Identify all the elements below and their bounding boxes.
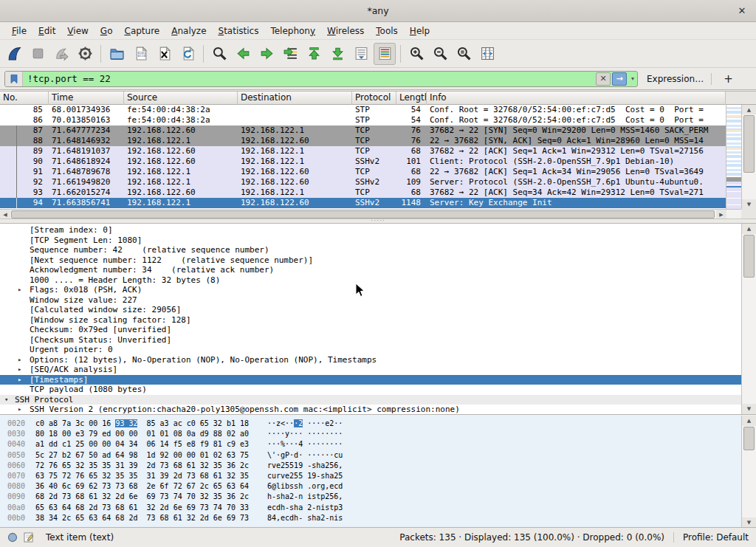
detail-line[interactable]: 1000 .... = Header Length: 32 bytes (8) [0,275,741,286]
scroll-down-arrow-icon[interactable]: ▼ [742,199,756,209]
collapsed-arrow-icon[interactable]: ▸ [18,355,21,365]
menu-capture[interactable]: Capture [118,24,165,38]
menu-go[interactable]: Go [94,24,119,38]
auto-scroll-icon[interactable] [350,43,372,65]
detail-line[interactable]: ▸[Timestamps] [0,375,741,385]
packet-row-94[interactable]: 9471.663856741192.168.122.1192.168.122.6… [0,198,726,208]
hex-ascii[interactable]: ····y··· ········ [267,429,343,439]
packet-row-92[interactable]: 9271.661949820192.168.122.1192.168.122.6… [0,177,726,188]
capture-comment-icon[interactable] [24,532,34,543]
detail-line[interactable]: [Stream index: 0] [0,225,741,235]
hex-ascii[interactable]: 84,ecdh- sha2-nis [267,513,343,523]
add-filter-button[interactable]: + [719,72,738,86]
packet-row-86[interactable]: 8670.013850163fe:54:00:d4:38:2aSTP54Conf… [0,115,726,125]
hex-ascii[interactable]: \'·gP·d· ······cu [267,450,343,461]
expression-button[interactable]: Expression… [647,74,704,84]
detail-line[interactable]: ▸Flags: 0x018 (PSH, ACK) [0,285,741,295]
hex-bytes[interactable]: a1 dd c1 25 00 00 04 34 06 14 f5 e8 f9 8… [35,439,249,450]
detail-line[interactable]: ▸SSH Version 2 (encryption:chacha20-poly… [0,405,741,414]
hex-ascii[interactable]: ··z<···2 ····e2·· [267,419,343,429]
filter-history-dropdown[interactable]: ▾ [628,75,637,82]
hex-row-00a0[interactable]: 00a065 63 64 68 2d 73 68 61 32 2d 6e 69 … [0,503,756,513]
zoom-in-icon[interactable] [405,43,427,65]
pane-splitter[interactable]: ····· [0,219,756,224]
ascii-selected-chars[interactable]: ·2 [294,419,303,427]
detail-line[interactable]: Acknowledgment number: 34 (relative ack … [0,265,741,275]
scrollbar-thumb[interactable] [743,235,755,278]
scroll-up-arrow-icon[interactable]: ▲ [742,105,756,114]
hex-vertical-scrollbar[interactable]: ▲ ▼ [741,416,756,527]
go-last-icon[interactable] [326,43,348,65]
hex-row-0040[interactable]: 0040a1 dd c1 25 00 00 04 34 06 14 f5 e8 … [0,439,756,450]
scroll-down-arrow-icon[interactable]: ▼ [742,404,756,414]
packet-row-85[interactable]: 8568.001734936fe:54:00:d4:38:2aSTP54Conf… [0,105,726,115]
detail-line[interactable]: TCP payload (1080 bytes) [0,385,741,395]
detail-line[interactable]: Checksum: 0x79ed [unverified] [0,325,741,335]
column-header-destination[interactable]: Destination [238,92,352,105]
filter-input[interactable]: !tcp.port == 22 [23,73,596,84]
hex-row-0090[interactable]: 009068 2d 73 68 61 32 2d 6e 69 73 74 70 … [0,492,756,502]
column-header-source[interactable]: Source [124,92,238,105]
hex-selected-bytes[interactable]: 93 32 [115,419,137,427]
packet-minimap[interactable] [726,105,741,209]
packet-row-89[interactable]: 8971.648191037192.168.122.60192.168.122.… [0,146,726,156]
scroll-up-arrow-icon[interactable]: ▲ [742,224,756,234]
go-first-icon[interactable] [303,43,325,65]
filter-bookmark-button[interactable] [5,72,23,86]
title-bar[interactable]: *any ✕ [0,0,756,22]
menu-statistics[interactable]: Statistics [213,24,265,38]
detail-line[interactable]: [Window size scaling factor: 128] [0,315,741,326]
display-filter-field[interactable]: !tcp.port == 22 ✕ → ▾ [4,71,638,87]
column-header-info[interactable]: Info [427,92,726,105]
hex-bytes[interactable]: 68 2d 73 68 61 32 2d 6e 69 73 74 70 32 3… [35,492,249,502]
menu-view[interactable]: View [61,24,94,38]
menu-telephony[interactable]: Telephony [264,24,321,38]
hex-row-0030[interactable]: 003080 18 00 e3 79 ed 00 00 01 01 08 0a … [0,429,756,439]
hex-bytes[interactable]: 72 76 65 32 35 35 31 39 2d 73 68 61 32 3… [35,461,249,471]
scrollbar-thumb[interactable] [743,427,755,450]
clear-filter-button[interactable]: ✕ [596,72,611,86]
column-header-length[interactable]: Length [396,92,427,105]
details-vertical-scrollbar[interactable]: ▲ ▼ [741,224,756,414]
go-back-icon[interactable] [232,43,254,65]
find-packet-icon[interactable] [208,43,230,65]
menu-analyze[interactable]: Analyze [165,24,212,38]
hex-bytes[interactable]: 63 75 72 76 65 32 35 35 31 39 2d 73 68 6… [35,471,249,481]
hex-ascii[interactable]: rve25519 -sha256, [267,461,343,471]
close-icon[interactable]: ✕ [735,4,749,18]
save-file-icon[interactable]: 01010110 [129,43,151,65]
column-header-protocol[interactable]: Protocol [352,92,396,105]
expanded-arrow-icon[interactable]: ▾ [4,395,8,405]
status-profile[interactable]: Profile: Default [683,532,749,543]
column-header-no[interactable]: No. [0,92,49,105]
hex-bytes[interactable]: c0 a8 7a 3c 00 16 93 32 85 a3 ac c0 65 3… [35,419,249,429]
detail-line[interactable]: Urgent pointer: 0 [0,345,741,355]
scrollbar-thumb[interactable] [743,115,755,173]
collapsed-arrow-icon[interactable]: ▸ [18,365,21,375]
packet-list-vertical-scrollbar[interactable]: ▲ ▼ [741,105,756,209]
start-capture-icon[interactable] [3,43,25,65]
apply-filter-button[interactable]: → [612,72,627,86]
zoom-out-icon[interactable] [429,43,451,65]
packet-row-91[interactable]: 9171.648789678192.168.122.1192.168.122.6… [0,167,726,177]
menu-file[interactable]: File [6,24,32,38]
hex-ascii[interactable]: curve255 19-sha25 [267,471,343,481]
menu-tools[interactable]: Tools [370,24,404,38]
detail-line[interactable]: [TCP Segment Len: 1080] [0,235,741,246]
resize-columns-icon[interactable] [476,43,498,65]
hex-row-0020[interactable]: 0020c0 a8 7a 3c 00 16 93 32 85 a3 ac c0 … [0,419,756,429]
scrollbar-thumb[interactable] [11,210,715,219]
detail-line[interactable]: Sequence number: 42 (relative sequence n… [0,245,741,255]
zoom-reset-icon[interactable] [453,43,475,65]
collapsed-arrow-icon[interactable]: ▸ [18,405,21,414]
scroll-down-arrow-icon[interactable]: ▼ [742,517,756,527]
expert-info-icon[interactable] [7,532,18,543]
hex-bytes[interactable]: 38 34 2c 65 63 64 68 2d 73 68 61 32 2d 6… [35,513,249,523]
menu-help[interactable]: Help [404,24,436,38]
hex-bytes[interactable]: 80 18 00 e3 79 ed 00 00 01 01 08 0a d9 8… [35,429,249,439]
go-forward-icon[interactable] [255,43,278,65]
close-file-icon[interactable] [153,43,175,65]
collapsed-arrow-icon[interactable]: ▸ [18,285,21,295]
detail-line[interactable]: [Calculated window size: 29056] [0,305,741,315]
menu-edit[interactable]: Edit [32,24,61,38]
